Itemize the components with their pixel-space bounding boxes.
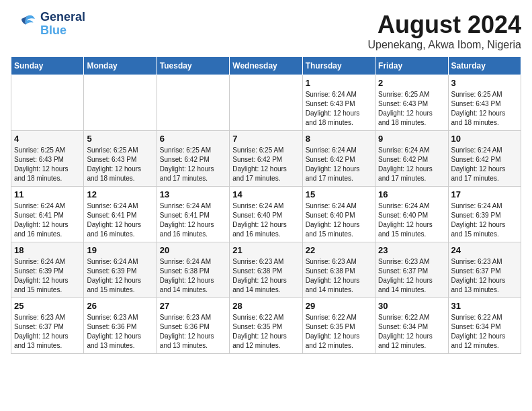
calendar-cell: 28Sunrise: 6:22 AMSunset: 6:35 PMDayligh… xyxy=(230,298,302,354)
calendar-week-row: 25Sunrise: 6:23 AMSunset: 6:37 PMDayligh… xyxy=(11,298,521,354)
location-title: Upenekang, Akwa Ibom, Nigeria xyxy=(367,39,521,51)
calendar-cell: 20Sunrise: 6:24 AMSunset: 6:38 PMDayligh… xyxy=(157,242,229,298)
day-number: 14 xyxy=(232,189,299,199)
calendar-cell xyxy=(11,75,84,131)
calendar-cell: 10Sunrise: 6:24 AMSunset: 6:42 PMDayligh… xyxy=(448,131,521,187)
day-number: 17 xyxy=(451,189,518,199)
day-info: Sunrise: 6:24 AMSunset: 6:43 PMDaylight:… xyxy=(306,90,372,128)
day-info: Sunrise: 6:25 AMSunset: 6:42 PMDaylight:… xyxy=(160,146,226,183)
calendar-cell: 7Sunrise: 6:25 AMSunset: 6:42 PMDaylight… xyxy=(230,131,302,187)
calendar-cell: 24Sunrise: 6:23 AMSunset: 6:37 PMDayligh… xyxy=(448,242,521,298)
header: General Blue August 2024 Upenekang, Akwa… xyxy=(11,11,521,51)
calendar-cell: 18Sunrise: 6:24 AMSunset: 6:39 PMDayligh… xyxy=(11,242,84,298)
logo-text: General Blue xyxy=(40,11,85,38)
day-number: 21 xyxy=(232,245,299,255)
day-info: Sunrise: 6:24 AMSunset: 6:39 PMDaylight:… xyxy=(451,201,518,239)
day-info: Sunrise: 6:24 AMSunset: 6:38 PMDaylight:… xyxy=(160,257,226,295)
calendar-cell: 2Sunrise: 6:25 AMSunset: 6:43 PMDaylight… xyxy=(375,75,448,131)
calendar-cell: 27Sunrise: 6:23 AMSunset: 6:36 PMDayligh… xyxy=(157,298,229,354)
day-number: 5 xyxy=(87,134,153,144)
day-number: 15 xyxy=(306,189,372,199)
calendar-cell: 19Sunrise: 6:24 AMSunset: 6:39 PMDayligh… xyxy=(84,242,157,298)
weekday-header-sunday: Sunday xyxy=(11,57,84,75)
day-info: Sunrise: 6:24 AMSunset: 6:42 PMDaylight:… xyxy=(451,146,518,183)
title-area: August 2024 Upenekang, Akwa Ibom, Nigeri… xyxy=(367,11,521,51)
calendar-cell: 8Sunrise: 6:24 AMSunset: 6:42 PMDaylight… xyxy=(302,131,375,187)
day-number: 4 xyxy=(14,134,81,144)
day-info: Sunrise: 6:22 AMSunset: 6:34 PMDaylight:… xyxy=(451,313,518,351)
day-info: Sunrise: 6:25 AMSunset: 6:43 PMDaylight:… xyxy=(87,146,153,183)
calendar-cell: 16Sunrise: 6:24 AMSunset: 6:40 PMDayligh… xyxy=(375,187,448,242)
weekday-header-wednesday: Wednesday xyxy=(230,57,302,75)
day-number: 9 xyxy=(378,134,445,144)
logo-general-text: General xyxy=(40,11,85,24)
day-number: 7 xyxy=(232,134,299,144)
calendar-cell: 13Sunrise: 6:24 AMSunset: 6:41 PMDayligh… xyxy=(157,187,229,242)
day-number: 18 xyxy=(14,245,81,255)
day-info: Sunrise: 6:24 AMSunset: 6:40 PMDaylight:… xyxy=(232,201,299,239)
calendar-cell: 4Sunrise: 6:25 AMSunset: 6:43 PMDaylight… xyxy=(11,131,84,187)
day-number: 13 xyxy=(160,189,226,199)
day-info: Sunrise: 6:23 AMSunset: 6:36 PMDaylight:… xyxy=(160,313,226,351)
day-number: 1 xyxy=(306,78,372,88)
calendar-cell: 23Sunrise: 6:23 AMSunset: 6:37 PMDayligh… xyxy=(375,242,448,298)
day-number: 19 xyxy=(87,245,153,255)
calendar-week-row: 18Sunrise: 6:24 AMSunset: 6:39 PMDayligh… xyxy=(11,242,521,298)
day-info: Sunrise: 6:23 AMSunset: 6:38 PMDaylight:… xyxy=(306,257,372,295)
day-number: 31 xyxy=(451,301,518,311)
day-number: 29 xyxy=(306,301,372,311)
calendar-cell xyxy=(84,75,157,131)
day-info: Sunrise: 6:22 AMSunset: 6:35 PMDaylight:… xyxy=(232,313,299,351)
calendar-cell: 17Sunrise: 6:24 AMSunset: 6:39 PMDayligh… xyxy=(448,187,521,242)
calendar-cell: 14Sunrise: 6:24 AMSunset: 6:40 PMDayligh… xyxy=(230,187,302,242)
logo: General Blue xyxy=(11,11,85,38)
calendar-cell: 25Sunrise: 6:23 AMSunset: 6:37 PMDayligh… xyxy=(11,298,84,354)
day-info: Sunrise: 6:24 AMSunset: 6:41 PMDaylight:… xyxy=(87,201,153,239)
day-info: Sunrise: 6:23 AMSunset: 6:38 PMDaylight:… xyxy=(232,257,299,295)
day-info: Sunrise: 6:25 AMSunset: 6:43 PMDaylight:… xyxy=(451,90,518,128)
day-info: Sunrise: 6:23 AMSunset: 6:37 PMDaylight:… xyxy=(14,313,81,351)
calendar-cell: 1Sunrise: 6:24 AMSunset: 6:43 PMDaylight… xyxy=(302,75,375,131)
day-info: Sunrise: 6:23 AMSunset: 6:37 PMDaylight:… xyxy=(378,257,445,295)
day-number: 10 xyxy=(451,134,518,144)
calendar-cell: 6Sunrise: 6:25 AMSunset: 6:42 PMDaylight… xyxy=(157,131,229,187)
logo-blue-text: Blue xyxy=(40,24,85,38)
day-info: Sunrise: 6:25 AMSunset: 6:43 PMDaylight:… xyxy=(14,146,81,183)
day-info: Sunrise: 6:23 AMSunset: 6:37 PMDaylight:… xyxy=(451,257,518,295)
calendar-cell: 29Sunrise: 6:22 AMSunset: 6:35 PMDayligh… xyxy=(302,298,375,354)
day-number: 24 xyxy=(451,245,518,255)
day-number: 28 xyxy=(232,301,299,311)
day-info: Sunrise: 6:23 AMSunset: 6:36 PMDaylight:… xyxy=(87,313,153,351)
day-info: Sunrise: 6:24 AMSunset: 6:41 PMDaylight:… xyxy=(160,201,226,239)
calendar-cell: 31Sunrise: 6:22 AMSunset: 6:34 PMDayligh… xyxy=(448,298,521,354)
day-number: 12 xyxy=(87,189,153,199)
weekday-header-tuesday: Tuesday xyxy=(157,57,229,75)
day-info: Sunrise: 6:25 AMSunset: 6:42 PMDaylight:… xyxy=(232,146,299,183)
weekday-header-thursday: Thursday xyxy=(302,57,375,75)
calendar-cell: 15Sunrise: 6:24 AMSunset: 6:40 PMDayligh… xyxy=(302,187,375,242)
day-number: 2 xyxy=(378,78,445,88)
day-info: Sunrise: 6:24 AMSunset: 6:39 PMDaylight:… xyxy=(14,257,81,295)
day-info: Sunrise: 6:22 AMSunset: 6:34 PMDaylight:… xyxy=(378,313,445,351)
day-info: Sunrise: 6:24 AMSunset: 6:40 PMDaylight:… xyxy=(306,201,372,239)
logo-bird-icon xyxy=(11,11,38,38)
day-number: 20 xyxy=(160,245,226,255)
calendar-cell: 12Sunrise: 6:24 AMSunset: 6:41 PMDayligh… xyxy=(84,187,157,242)
day-number: 25 xyxy=(14,301,81,311)
calendar-cell: 21Sunrise: 6:23 AMSunset: 6:38 PMDayligh… xyxy=(230,242,302,298)
calendar-week-row: 1Sunrise: 6:24 AMSunset: 6:43 PMDaylight… xyxy=(11,75,521,131)
day-info: Sunrise: 6:24 AMSunset: 6:40 PMDaylight:… xyxy=(378,201,445,239)
calendar-cell: 9Sunrise: 6:24 AMSunset: 6:42 PMDaylight… xyxy=(375,131,448,187)
day-info: Sunrise: 6:22 AMSunset: 6:35 PMDaylight:… xyxy=(306,313,372,351)
day-number: 22 xyxy=(306,245,372,255)
month-title: August 2024 xyxy=(367,11,521,39)
calendar-cell xyxy=(230,75,302,131)
calendar-cell: 5Sunrise: 6:25 AMSunset: 6:43 PMDaylight… xyxy=(84,131,157,187)
weekday-header-friday: Friday xyxy=(375,57,448,75)
calendar-week-row: 11Sunrise: 6:24 AMSunset: 6:41 PMDayligh… xyxy=(11,187,521,242)
calendar-cell: 26Sunrise: 6:23 AMSunset: 6:36 PMDayligh… xyxy=(84,298,157,354)
weekday-header-monday: Monday xyxy=(84,57,157,75)
weekday-header-row: SundayMondayTuesdayWednesdayThursdayFrid… xyxy=(11,57,521,75)
day-number: 23 xyxy=(378,245,445,255)
day-info: Sunrise: 6:24 AMSunset: 6:42 PMDaylight:… xyxy=(306,146,372,183)
